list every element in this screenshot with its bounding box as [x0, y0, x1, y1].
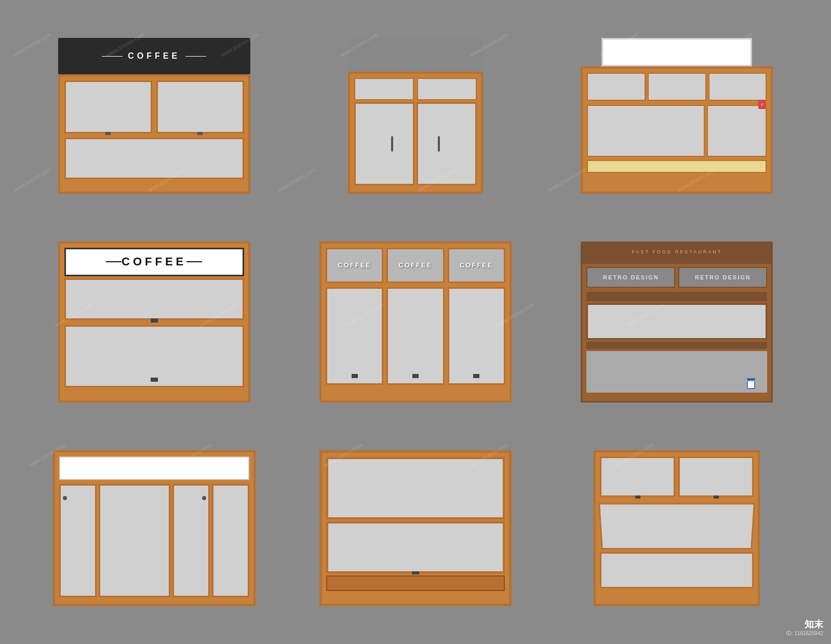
kiosk9-win-left [600, 457, 675, 497]
kiosk2-top-windows [350, 74, 481, 102]
kiosk6-cup-icon: COFFEE [746, 378, 756, 391]
kiosk4-dash-right [186, 261, 202, 262]
kiosk-8 [319, 450, 512, 606]
kiosk6-shelf-1 [586, 292, 767, 301]
kiosk8-bottom-bar [326, 575, 505, 591]
kiosk3-win-sm-1 [587, 73, 646, 101]
kiosk9-frame [594, 450, 760, 606]
svg-text:COFFEE: COFFEE [747, 380, 756, 382]
kiosk1-frame [58, 74, 250, 194]
kiosk-5: COFFEE COFFEE COFFEE [319, 242, 512, 403]
kiosk-cell-5: COFFEE COFFEE COFFEE [292, 227, 538, 418]
kiosk6-sign-1: RETRO DESIGN [586, 267, 675, 288]
kiosk-2 [348, 38, 483, 194]
kiosk-cell-9 [554, 433, 800, 623]
kiosk7-sign-top [59, 457, 249, 480]
kiosk5-panel-2: COFFEE [386, 248, 444, 283]
kiosk9-top-row [596, 452, 758, 499]
kiosk7-door-4 [212, 484, 249, 597]
kiosk-9 [594, 450, 760, 606]
kiosk1-awning: COFFEE [58, 38, 250, 74]
kiosk7-door-2 [99, 484, 170, 597]
kiosk3-fire-sign: F [758, 100, 766, 109]
kiosk5-bot-2 [386, 287, 444, 385]
kiosk5-panel-1: COFFEE [326, 248, 383, 283]
kiosk4-lower-window [64, 325, 244, 387]
kiosk3-middle-row [583, 105, 771, 157]
kiosk7-hinge-1 [63, 496, 67, 500]
branding: 知末 ID: 1161625942 [786, 618, 823, 636]
kiosk3-win-sm-3 [708, 73, 767, 101]
kiosk6-roof: FAST FOOD RESTAURANT [581, 242, 773, 262]
kiosk7-doors-row [55, 482, 253, 601]
kiosk5-top-panels: COFFEE COFFEE COFFEE [321, 244, 510, 285]
kiosk5-bot-1 [326, 287, 383, 385]
kiosk9-bot-win [600, 552, 754, 588]
kiosk7-door-1 [59, 484, 97, 597]
kiosk2-awning [348, 38, 483, 72]
kiosk2-door-right [417, 102, 477, 185]
kiosk3-win-lg [587, 105, 705, 157]
kiosk-4: COFFEE [58, 242, 250, 403]
kiosk6-roof-text: FAST FOOD RESTAURANT [632, 249, 722, 254]
kiosk-cell-6: FAST FOOD RESTAURANT RETRO DESIGN RETRO … [554, 227, 800, 418]
kiosk9-win-right [678, 457, 754, 497]
kiosk1-win-left [64, 81, 152, 133]
branding-id: ID: 1161625942 [786, 630, 823, 636]
kiosk1-bottom-panel [64, 138, 244, 179]
kiosk9-mid-win [598, 503, 755, 549]
kiosk6-sign-row: RETRO DESIGN RETRO DESIGN [582, 264, 771, 290]
kiosk8-upper-win [326, 457, 505, 519]
kiosk7-door-3 [172, 484, 210, 597]
kiosk-3: F [581, 38, 773, 194]
kiosk3-bottom-strip [587, 160, 767, 173]
kiosk8-lower-win [326, 521, 505, 573]
kiosk5-panel-3: COFFEE [448, 248, 505, 283]
kiosk-1: COFFEE [58, 38, 250, 194]
kiosk6-shelf-2 [586, 342, 767, 349]
kiosk6-lower-open [586, 351, 767, 393]
kiosk3-frame: F [581, 66, 773, 194]
kiosk-cell-4: COFFEE [31, 227, 277, 418]
kiosk-6: FAST FOOD RESTAURANT RETRO DESIGN RETRO … [581, 242, 773, 403]
kiosk7-frame [53, 450, 256, 606]
kiosk3-win-door [707, 105, 767, 157]
kiosk-cell-8 [292, 433, 538, 623]
kiosk1-win-right [156, 81, 244, 133]
kiosk6-upper-open [586, 303, 767, 340]
kiosk7-hinge-2 [202, 496, 206, 500]
kiosk8-frame [319, 450, 512, 606]
kiosk2-top-win-left [354, 78, 414, 100]
kiosk-cell-2 [292, 21, 538, 211]
kiosk2-door-left [354, 102, 414, 185]
kiosk-cell-1: COFFEE [31, 21, 277, 211]
kiosk5-bot-3 [448, 287, 505, 385]
kiosk5-bottom-panels [321, 285, 510, 389]
kiosk2-doors-area [350, 102, 481, 185]
kiosk2-handle-left [391, 136, 393, 152]
kiosk4-frame: COFFEE [58, 242, 250, 403]
kiosk4-dash-left [106, 261, 122, 262]
branding-site: 知末 [786, 618, 823, 630]
kiosk2-top-win-right [417, 78, 477, 100]
kiosk4-sign-bar: COFFEE [64, 248, 244, 276]
kiosk5-frame: COFFEE COFFEE COFFEE [319, 242, 512, 403]
kiosk3-top-row [583, 69, 771, 105]
kiosk1-awning-text: COFFEE [102, 51, 206, 61]
kiosk2-handle-right [438, 136, 440, 152]
kiosk6-frame: RETRO DESIGN RETRO DESIGN COFFEE [581, 262, 773, 403]
kiosk1-windows-row [60, 76, 248, 133]
kiosk3-sign-top [601, 38, 752, 66]
kiosk4-upper-window [64, 278, 244, 320]
kiosk3-win-sm-2 [648, 73, 706, 101]
kiosk2-frame [348, 72, 483, 194]
kiosk-cell-7 [31, 433, 277, 623]
kiosk-cell-3: F [554, 21, 800, 211]
kiosk6-sign-2: RETRO DESIGN [678, 267, 767, 288]
main-grid: COFFEE [0, 0, 831, 644]
kiosk-7 [53, 450, 256, 606]
kiosk4-sign-text: COFFEE [122, 255, 186, 269]
